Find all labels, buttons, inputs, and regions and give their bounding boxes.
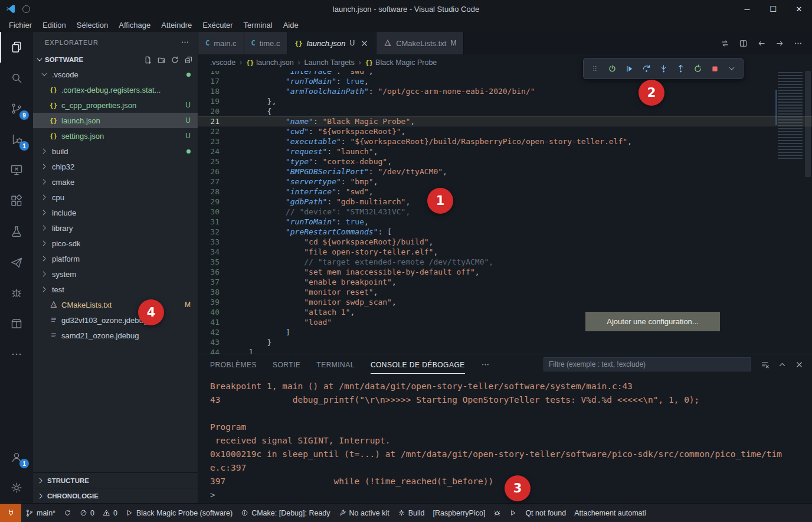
- code-line-34[interactable]: 34 "file open-story-teller.elf",: [198, 247, 812, 257]
- tree-item-launch-json[interactable]: {}launch.jsonU: [33, 113, 198, 128]
- close-button[interactable]: ✕: [786, 0, 812, 18]
- more-actions-button[interactable]: [794, 39, 803, 48]
- code-line-24[interactable]: 24 "request": "launch",: [198, 146, 812, 156]
- tree-item-system[interactable]: system: [33, 266, 198, 282]
- code-line-42[interactable]: 42 ]: [198, 327, 812, 337]
- code-line-22[interactable]: 22 "cwd": "${workspaceRoot}",: [198, 126, 812, 136]
- code-line-23[interactable]: 23 "executable": "${workspaceRoot}/build…: [198, 136, 812, 146]
- panel-more-icon[interactable]: [481, 360, 490, 369]
- code-line-32[interactable]: 32 "preRestartCommands": [: [198, 227, 812, 237]
- menu-atteindre[interactable]: Atteindre: [156, 19, 197, 31]
- code-line-33[interactable]: 33 "cd ${workspaceRoot}/build",: [198, 237, 812, 247]
- tree-item-cortex-debug-registers-stat[interactable]: {}.cortex-debug.registers.stat...: [33, 82, 198, 97]
- sidebar-more-icon[interactable]: [181, 38, 189, 47]
- new-file-button[interactable]: [143, 56, 152, 64]
- status-warnings[interactable]: 0: [99, 504, 122, 522]
- open-changes-button[interactable]: [721, 39, 729, 48]
- activity-debug-alt[interactable]: [0, 278, 33, 308]
- code-line-44[interactable]: 44 ]: [198, 347, 812, 354]
- tab-main-c[interactable]: Cmain.c: [198, 32, 244, 54]
- tree-item-cpu[interactable]: cpu: [33, 190, 198, 205]
- clear-console-button[interactable]: [761, 360, 770, 369]
- navigate-back-button[interactable]: [757, 39, 766, 48]
- activity-source-control[interactable]: 9: [0, 93, 33, 124]
- status-cmake-variant[interactable]: [RaspberryPico]: [428, 504, 489, 522]
- menu-affichage[interactable]: Affichage: [113, 19, 156, 31]
- section-chronologie[interactable]: CHRONOLOGIE: [33, 488, 198, 503]
- close-tab-icon[interactable]: [360, 39, 369, 48]
- tree-item-test[interactable]: test: [33, 282, 198, 297]
- status-remote[interactable]: [0, 504, 21, 522]
- section-structure[interactable]: STRUCTURE: [33, 472, 198, 488]
- debug-power-icon[interactable]: [604, 60, 620, 77]
- code-line-35[interactable]: 35 // "target extended-remote /dev/ttyAC…: [198, 257, 812, 267]
- menu-ex-cuter[interactable]: Exécuter: [197, 19, 238, 31]
- activity-account[interactable]: 1: [0, 442, 33, 472]
- status-git-branch[interactable]: main*: [21, 504, 60, 522]
- code-editor[interactable]: 16 "interface": "swd",17 "runToMain": tr…: [198, 71, 812, 354]
- code-line-28[interactable]: 28 "interface": "swd",: [198, 187, 812, 197]
- code-line-29[interactable]: 29 "gdbPath": "gdb-multiarch",: [198, 197, 812, 207]
- breadcrumb-vscode[interactable]: .vscode: [210, 58, 235, 67]
- console-input-prompt[interactable]: >: [210, 488, 791, 502]
- add-configuration-button[interactable]: Ajouter une configuration...: [585, 312, 720, 331]
- breadcrumb-launch-json[interactable]: {}launch.json: [246, 58, 294, 67]
- tree-item-gd32vf103-ozone-jdebug[interactable]: gd32vf103_ozone.jdebug: [33, 312, 198, 328]
- tree-item-include[interactable]: include: [33, 205, 198, 220]
- debug-restart-icon[interactable]: [690, 60, 705, 77]
- activity-packages[interactable]: [0, 308, 33, 339]
- activity-extensions[interactable]: [0, 185, 33, 216]
- collapse-folders-button[interactable]: [184, 56, 193, 64]
- breadcrumb-black-magic-probe[interactable]: {}Black Magic Probe: [365, 58, 437, 67]
- activity-search[interactable]: [0, 63, 33, 93]
- workspace-section-header[interactable]: SOFTWARE: [33, 53, 198, 67]
- breadcrumb-launch-targets[interactable]: Launch Targets: [304, 58, 355, 67]
- menu-aide[interactable]: Aide: [278, 19, 304, 31]
- tab-time-c[interactable]: Ctime.c: [244, 32, 288, 54]
- status-debug-button[interactable]: [489, 504, 505, 522]
- code-line-43[interactable]: 43 }: [198, 337, 812, 347]
- tab-cmakelists-txt[interactable]: CMakeLists.txtM: [376, 32, 464, 54]
- status-cmake-build[interactable]: Build: [394, 504, 429, 522]
- debug-stop-icon[interactable]: [707, 60, 722, 77]
- status-active-kit[interactable]: No active kit: [335, 504, 394, 522]
- tree-item-platform[interactable]: platform: [33, 251, 198, 266]
- code-line-30[interactable]: 30 // "device": "STM32L431VC",: [198, 207, 812, 217]
- code-line-31[interactable]: 31 "runToMain": true,: [198, 217, 812, 227]
- code-line-19[interactable]: 19 },: [198, 96, 812, 106]
- tree-item-library[interactable]: library: [33, 220, 198, 236]
- close-panel-button[interactable]: [795, 360, 804, 369]
- tree-item-cmake[interactable]: cmake: [33, 174, 198, 190]
- activity-run-and-debug[interactable]: 1: [0, 124, 33, 155]
- code-line-40[interactable]: 40 "attach 1",: [198, 307, 812, 317]
- refresh-explorer-button[interactable]: [171, 56, 179, 64]
- activity-more-views[interactable]: [0, 339, 33, 370]
- status-debug-target[interactable]: Black Magic Probe (software): [122, 504, 237, 522]
- console-filter-input[interactable]: [543, 357, 751, 371]
- tree-item-pico-sdk[interactable]: pico-sdk: [33, 236, 198, 251]
- panel-tab-sortie[interactable]: SORTIE: [273, 355, 300, 374]
- panel-tab-probl-mes[interactable]: PROBLÈMES: [210, 355, 257, 374]
- code-line-18[interactable]: 18 "armToolchainPath": "/opt/gcc-arm-non…: [198, 86, 812, 96]
- code-line-21[interactable]: 21 "name": "Black Magic Probe",: [198, 116, 812, 126]
- status-qt-status[interactable]: Qt not found: [521, 504, 570, 522]
- new-folder-button[interactable]: [157, 56, 166, 64]
- maximize-panel-button[interactable]: [778, 360, 787, 369]
- menu-edition[interactable]: Edition: [37, 19, 71, 31]
- code-line-38[interactable]: 38 "monitor reset",: [198, 287, 812, 297]
- panel-tab-terminal[interactable]: TERMINAL: [316, 355, 355, 374]
- activity-paper-plane-extension[interactable]: [0, 247, 33, 278]
- code-line-41[interactable]: 41 "load": [198, 317, 812, 327]
- code-line-20[interactable]: 20 {: [198, 106, 812, 116]
- drag-handle-icon[interactable]: [587, 60, 603, 77]
- menu-fichier[interactable]: Fichier: [4, 19, 37, 31]
- chevron-down-icon[interactable]: [724, 60, 739, 77]
- code-line-26[interactable]: 26 "BMPGDBSerialPort": "/dev/ttyACM0",: [198, 167, 812, 177]
- debug-step-over-icon[interactable]: [639, 60, 654, 77]
- tree-item-chip32[interactable]: chip32: [33, 159, 198, 174]
- code-line-39[interactable]: 39 "monitor swdp_scan",: [198, 297, 812, 307]
- activity-testing[interactable]: [0, 216, 33, 247]
- status-errors[interactable]: 0: [76, 504, 99, 522]
- tree-item-c-cpp-properties-json[interactable]: {}c_cpp_properties.jsonU: [33, 97, 198, 113]
- activity-remote-explorer[interactable]: [0, 155, 33, 185]
